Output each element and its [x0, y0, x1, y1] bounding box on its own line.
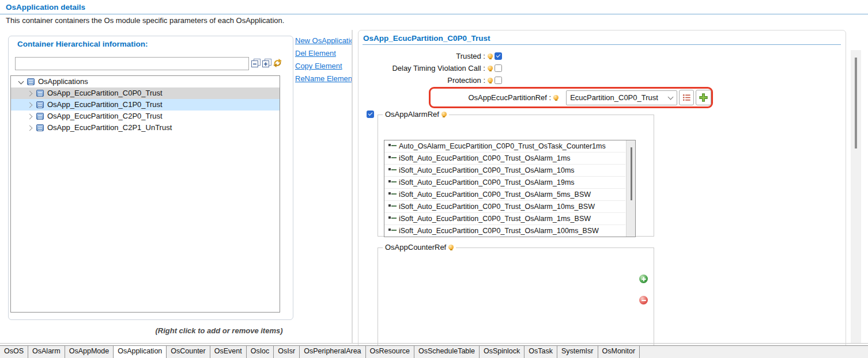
tree-item-osapp-c0p0[interactable]: OsApp_EcucPartition_C0P0_Trust — [11, 87, 280, 99]
element-actions: New OsApplication Del Element Copy Eleme… — [295, 36, 352, 87]
tabbar-filler — [640, 346, 868, 358]
list-item[interactable]: iSoft_Auto_EcucPartition_C0P0_Trust_OsAl… — [384, 177, 625, 189]
expand-all-icon[interactable] — [262, 59, 272, 68]
tree-item-osapp-c2p0[interactable]: OsApp_EcucPartition_C2P0_Trust — [11, 111, 280, 122]
del-element-link[interactable]: Del Element — [295, 49, 352, 62]
container-icon — [36, 124, 44, 131]
refresh-icon[interactable] — [273, 58, 282, 67]
chevron-right-icon[interactable] — [28, 115, 32, 119]
param-row-delay-timing: Delay Timing Violation Call : — [358, 63, 502, 73]
tree-item-label: OsApp_EcucPartition_C2P0_Trust — [47, 111, 163, 122]
param-label: OsAppEcucPartitionRef : — [431, 93, 551, 102]
param-row-trusted: Trusted : — [358, 51, 502, 60]
container-icon — [27, 78, 35, 85]
list-item[interactable]: iSoft_Auto_EcucPartition_C0P0_Trust_OsAl… — [384, 201, 625, 213]
protection-checkbox[interactable] — [495, 77, 502, 84]
list-item[interactable]: iSoft_Auto_EcucPartition_C0P0_Trust_OsAl… — [384, 189, 625, 201]
osappalarmref-legend: OsAppAlarmRef — [383, 110, 449, 119]
tab-osalarm[interactable]: OsAlarm — [28, 346, 65, 358]
reference-icon — [388, 167, 397, 173]
lightbulb-icon — [488, 66, 493, 71]
partition-ref-select[interactable]: EcucPartition_C0P0_Trust — [566, 90, 677, 105]
chevron-right-icon[interactable] — [28, 103, 32, 107]
tab-osappmode[interactable]: OsAppMode — [65, 346, 114, 358]
trusted-checkbox[interactable] — [495, 52, 502, 60]
page-description: This container containers the Os module … — [6, 16, 284, 25]
lightbulb-icon — [488, 54, 493, 59]
right-click-hint: (Right click to add or remove items) — [144, 326, 294, 335]
reference-icon — [388, 216, 397, 222]
tree-item-osapp-c2p1[interactable]: OsApp_EcucPartition_C2P1_UnTrust — [11, 122, 280, 134]
list-scrollbar-thumb[interactable] — [631, 147, 632, 200]
chevron-right-icon[interactable] — [28, 126, 32, 130]
panel-divider — [352, 30, 353, 344]
reference-icon — [388, 155, 397, 161]
tree-item-osapp-c1p0[interactable]: OsApp_EcucPartition_C1P0_Trust — [11, 99, 280, 111]
tab-systemisr[interactable]: SystemIsr — [557, 346, 598, 358]
list-item[interactable]: Auto_OsAlarm_EcucPartition_C0P0_Trust_Os… — [384, 140, 625, 153]
chevron-down-icon[interactable] — [19, 80, 23, 84]
tab-osresource[interactable]: OsResource — [366, 346, 414, 358]
module-tabbar: OsOS OsAlarm OsAppMode OsApplication OsC… — [0, 345, 868, 358]
tab-osperipheralarea[interactable]: OsPeripheralArea — [300, 346, 365, 358]
delay-timing-violation-checkbox[interactable] — [495, 64, 502, 72]
list-item[interactable]: iSoft_Auto_EcucPartition_C0P0_Trust_OsAl… — [384, 153, 625, 165]
page-title: OsApplication details — [6, 3, 85, 12]
new-osapplication-link[interactable]: New OsApplication — [295, 36, 352, 49]
tab-oscounter[interactable]: OsCounter — [167, 346, 210, 358]
legend-label: OsAppAlarmRef — [385, 110, 439, 119]
add-ref-button[interactable] — [696, 90, 711, 105]
legend-label: OsAppCounterRef — [385, 243, 446, 252]
list-item-label: iSoft_Auto_EcucPartition_C0P0_Trust_OsAl… — [399, 225, 599, 237]
list-item-label: iSoft_Auto_EcucPartition_C0P0_Trust_OsAl… — [399, 189, 591, 200]
container-icon — [36, 90, 44, 97]
chevron-right-icon[interactable] — [28, 92, 32, 96]
osappcounterref-group: OsAppCounterRef — [378, 247, 654, 358]
param-label: Protection : — [358, 76, 485, 85]
tree-filter-input[interactable] — [15, 57, 249, 70]
osapplication-details-screen: OsApplication details This container con… — [0, 0, 868, 358]
tab-osisr[interactable]: OsIsr — [274, 346, 300, 358]
tree-item-label: OsApp_EcucPartition_C2P1_UnTrust — [47, 122, 172, 134]
reference-icon — [388, 143, 397, 149]
lightbulb-icon — [488, 78, 493, 83]
tab-ostask[interactable]: OsTask — [524, 346, 557, 358]
tab-osevent[interactable]: OsEvent — [210, 346, 247, 358]
list-item[interactable]: iSoft_Auto_EcucPartition_C0P0_Trust_OsAl… — [384, 225, 625, 237]
partition-ref-value: EcucPartition_C0P0_Trust — [570, 93, 669, 102]
tab-osspinlock[interactable]: OsSpinlock — [480, 346, 524, 358]
list-scrollbar-track[interactable] — [626, 140, 635, 237]
reference-icon — [388, 228, 397, 234]
list-item-label: iSoft_Auto_EcucPartition_C0P0_Trust_OsAl… — [399, 153, 571, 164]
tree-item-label: OsApplications — [38, 76, 88, 87]
hierarchy-panel-title: Container Hierarchical information: — [17, 40, 148, 48]
param-row-protection: Protection : — [358, 75, 502, 85]
list-item-label: iSoft_Auto_EcucPartition_C0P0_Trust_OsAl… — [399, 177, 575, 188]
panel-scrollbar-thumb[interactable] — [855, 58, 857, 148]
list-item[interactable]: iSoft_Auto_EcucPartition_C0P0_Trust_OsAl… — [384, 165, 625, 177]
reference-icon — [388, 204, 397, 210]
osappalarmref-enable-checkbox[interactable] — [367, 111, 374, 118]
tab-osscheduletable[interactable]: OsScheduleTable — [414, 346, 480, 358]
list-item-label: iSoft_Auto_EcucPartition_C0P0_Trust_OsAl… — [399, 201, 595, 212]
list-item-label: Auto_OsAlarm_EcucPartition_C0P0_Trust_Os… — [399, 140, 606, 152]
chevron-down-icon — [669, 96, 673, 100]
container-icon — [36, 101, 44, 108]
partition-ref-highlight-annotation: OsAppEcucPartitionRef : EcucPartition_C0… — [429, 87, 713, 108]
ref-list-button[interactable] — [679, 90, 695, 105]
reference-icon — [388, 180, 397, 185]
collapse-all-icon[interactable] — [251, 59, 261, 68]
rename-element-link[interactable]: ReName Element — [295, 74, 352, 87]
list-item[interactable]: iSoft_Auto_EcucPartition_C0P0_Trust_OsAl… — [384, 213, 625, 225]
container-icon — [36, 113, 44, 120]
copy-element-link[interactable]: Copy Element — [295, 62, 352, 74]
detail-title-separator — [363, 44, 841, 45]
tab-osapplication[interactable]: OsApplication — [114, 346, 167, 358]
tab-osioc[interactable]: OsIoc — [247, 346, 274, 358]
tab-osos[interactable]: OsOS — [0, 346, 28, 358]
tab-osmonitor[interactable]: OsMonitor — [598, 346, 640, 358]
tree-item-label: OsApp_EcucPartition_C0P0_Trust — [47, 87, 163, 99]
tree-item-osapplications[interactable]: OsApplications — [11, 76, 280, 87]
hierarchy-tree: OsApplications OsApp_EcucPartition_C0P0_… — [10, 75, 280, 313]
lightbulb-icon — [553, 95, 558, 100]
